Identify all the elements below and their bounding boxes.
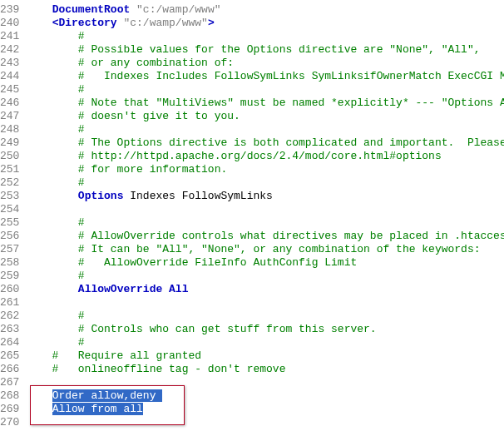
token-cmt: # — [26, 30, 84, 42]
token-kw: DocumentRoot — [52, 3, 131, 16]
token-plain — [130, 3, 136, 16]
code-line[interactable]: # — [26, 30, 504, 43]
line-number: 253 — [0, 190, 19, 203]
token-kw: Options — [78, 190, 124, 202]
token-cmt: # — [26, 336, 84, 349]
line-number: 266 — [0, 363, 19, 376]
token-kw: AllowOverride — [78, 283, 162, 295]
code-line[interactable]: # onlineoffline tag - don't remove — [26, 363, 504, 376]
line-number: 246 — [0, 97, 19, 110]
code-line[interactable]: Allow from all — [26, 403, 504, 416]
line-number: 270 — [0, 416, 19, 429]
code-line[interactable]: # It can be "All", "None", or any combin… — [26, 243, 504, 256]
token-cmt: # doesn't give it to you. — [26, 110, 240, 122]
line-number: 252 — [0, 176, 19, 190]
token-plain — [26, 283, 77, 295]
token-cmt: # — [26, 270, 84, 282]
code-line[interactable] — [26, 376, 504, 389]
code-line[interactable]: # http://httpd.apache.org/docs/2.4/mod/c… — [26, 150, 504, 163]
code-line[interactable]: # Require all granted — [26, 349, 504, 363]
token-plain — [162, 283, 169, 295]
line-number: 247 — [0, 110, 19, 123]
line-number: 244 — [0, 70, 19, 83]
code-line[interactable]: # AllowOverride FileInfo AuthConfig Limi… — [26, 256, 504, 270]
token-plain — [26, 190, 77, 202]
line-number: 262 — [0, 310, 19, 323]
line-number-gutter: 2392402412422432442452462472482492502512… — [0, 3, 26, 431]
token-cmt: # Possible values for the Options direct… — [26, 43, 480, 56]
code-line[interactable] — [26, 416, 504, 429]
code-area[interactable]: DocumentRoot "c:/wamp/www" <Directory "c… — [26, 3, 504, 431]
token-cmt: # — [26, 216, 84, 229]
code-line[interactable]: # Possible values for the Options direct… — [26, 43, 504, 57]
token-cmt: # Note that "MultiViews" must be named *… — [26, 97, 504, 109]
token-cmt: # http://httpd.apache.org/docs/2.4/mod/c… — [26, 150, 441, 162]
token-cmt: # — [26, 310, 84, 322]
token-cmt: # — [26, 83, 84, 96]
code-line[interactable]: # — [26, 310, 504, 323]
code-line[interactable]: <Directory "c:/wamp/www"> — [26, 17, 504, 30]
token-plain — [26, 3, 52, 16]
token-plain — [26, 17, 52, 29]
code-line[interactable]: AllowOverride All — [26, 283, 504, 296]
code-line[interactable] — [26, 296, 504, 310]
code-line[interactable]: Options Indexes FollowSymLinks — [26, 190, 504, 203]
token-cmt: # or any combination of: — [26, 57, 234, 69]
line-number: 250 — [0, 150, 19, 163]
token-cmt: # The Options directive is both complica… — [26, 136, 504, 149]
token-cmt: # — [26, 176, 84, 189]
token-cmt: # AllowOverride FileInfo AuthConfig Limi… — [26, 256, 357, 269]
token-cmt: # It can be "All", "None", or any combin… — [26, 243, 480, 255]
line-number: 241 — [0, 30, 19, 43]
token-cmt: # — [26, 123, 84, 136]
line-number: 268 — [0, 389, 19, 403]
token-str: "c:/wamp/www" — [136, 3, 220, 16]
token-plain: Indexes FollowSymLinks — [123, 190, 272, 202]
token-cmt: # Indexes Includes FollowSymLinks SymLin… — [26, 70, 504, 82]
code-line[interactable]: # AllowOverride controls what directives… — [26, 230, 504, 243]
code-line[interactable]: DocumentRoot "c:/wamp/www" — [26, 3, 504, 17]
code-line[interactable]: # — [26, 270, 504, 283]
line-number: 249 — [0, 136, 19, 150]
code-line[interactable]: # The Options directive is both complica… — [26, 136, 504, 150]
line-number: 243 — [0, 57, 19, 70]
code-line[interactable]: # Indexes Includes FollowSymLinks SymLin… — [26, 70, 504, 83]
token-kw: > — [208, 17, 215, 29]
token-cmt: # Controls who can get stuff from this s… — [26, 323, 376, 335]
code-line[interactable]: # — [26, 336, 504, 349]
token-sel: Allow from all — [52, 403, 143, 415]
line-number: 258 — [0, 256, 19, 270]
line-number: 264 — [0, 336, 19, 349]
code-line[interactable]: # for more information. — [26, 163, 504, 176]
token-kw: <Directory — [52, 17, 117, 29]
line-number: 255 — [0, 216, 19, 230]
code-line[interactable]: # doesn't give it to you. — [26, 110, 504, 123]
code-line[interactable]: # — [26, 216, 504, 230]
line-number: 240 — [0, 17, 19, 30]
line-number: 265 — [0, 349, 19, 363]
line-number: 269 — [0, 403, 19, 416]
code-line[interactable]: # — [26, 123, 504, 136]
line-number: 256 — [0, 230, 19, 243]
token-sel: Order allow,deny — [52, 389, 163, 402]
token-plain — [26, 403, 52, 415]
line-number: 245 — [0, 83, 19, 97]
token-cmt: # for more information. — [26, 163, 227, 176]
code-line[interactable]: # — [26, 176, 504, 190]
line-number: 267 — [0, 376, 19, 389]
token-str: "c:/wamp/www" — [123, 17, 207, 29]
code-line[interactable] — [26, 203, 504, 216]
code-editor[interactable]: 2392402412422432442452462472482492502512… — [0, 3, 504, 431]
code-line[interactable]: # — [26, 83, 504, 97]
code-line[interactable]: Order allow,deny — [26, 389, 504, 403]
line-number: 263 — [0, 323, 19, 336]
token-cmt: # AllowOverride controls what directives… — [26, 230, 504, 242]
code-line[interactable]: # or any combination of: — [26, 57, 504, 70]
code-line[interactable]: # Controls who can get stuff from this s… — [26, 323, 504, 336]
code-line[interactable]: # Note that "MultiViews" must be named *… — [26, 97, 504, 110]
line-number: 257 — [0, 243, 19, 256]
line-number: 261 — [0, 296, 19, 310]
token-cmt: # Require all granted — [26, 349, 201, 362]
line-number: 259 — [0, 270, 19, 283]
line-number: 260 — [0, 283, 19, 296]
